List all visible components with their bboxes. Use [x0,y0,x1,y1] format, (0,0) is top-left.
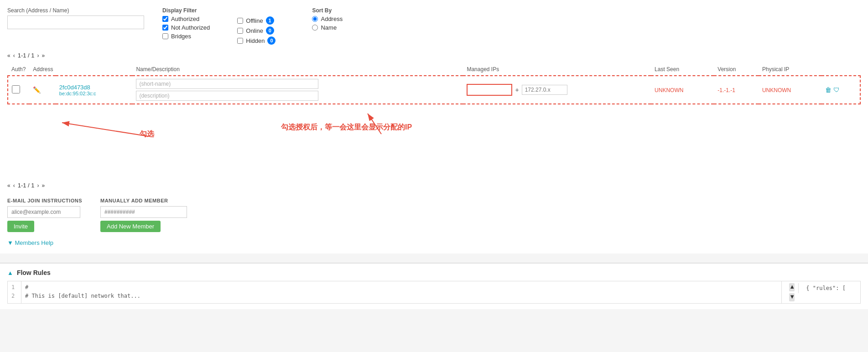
sortby-label: Sort By [312,7,343,14]
edit-icon[interactable]: ✏️ [33,86,41,93]
email-join-section: E-MAIL JOIN INSTRUCTIONS Invite [7,198,82,232]
auth-checkbox[interactable] [12,85,20,93]
filter-authorized-checkbox[interactable] [162,16,168,22]
filter-authorized-label: Authorized [171,16,199,22]
filter-bridges-label: Bridges [171,33,191,40]
search-label: Search (Address / Name) [7,7,144,14]
email-join-input[interactable] [7,206,80,218]
managed-ip-box[interactable] [467,84,512,96]
manual-add-section: MANUALLY ADD MEMBER Add New Member [100,198,187,232]
first-page-btn[interactable]: « [7,52,10,59]
filter-not-authorized-checkbox[interactable] [162,25,168,31]
sortby-address-label: Address [321,16,343,22]
scrollbar-up-btn[interactable]: ▲ [789,283,795,291]
last-seen-value: UNKNOWN [655,87,683,93]
delete-member-btn[interactable]: 🗑 [825,86,832,93]
last-seen-cell: UNKNOWN [651,76,714,104]
offline-label: Offline [246,17,263,24]
col-actions [821,63,860,76]
code-content: # # This is [default] network that... [21,281,781,303]
filter-not-authorized-label: Not Authorized [171,24,210,31]
first-page-btn-bottom[interactable]: « [7,182,10,189]
offline-row: Offline 1 [237,16,275,25]
invite-button[interactable]: Invite [7,221,34,232]
pagination-text: 1-1 / 1 [18,52,35,59]
prev-page-btn-bottom[interactable]: ‹ [13,182,15,189]
sortby-address-radio[interactable] [312,16,318,22]
search-input[interactable] [7,16,144,29]
manual-add-input[interactable] [100,206,187,218]
offline-badge: 1 [266,16,274,25]
flow-rules-section: ▲ Flow Rules 1 2 # # This is [default] n… [0,263,868,309]
flow-rules-title: Flow Rules [17,269,51,276]
last-page-btn-bottom[interactable]: » [42,182,45,189]
email-join-label: E-MAIL JOIN INSTRUCTIONS [7,198,82,203]
svg-line-2 [62,123,149,136]
address-cell: 2fc0d473d8 be:dc:95:02:3c:c [56,76,133,104]
mac-address: be:dc:95:02:3c:c [59,91,129,96]
col-address: Address [29,63,132,76]
add-new-member-button[interactable]: Add New Member [100,221,161,232]
auth-cell [8,76,29,104]
online-row: Online 0 [237,26,275,35]
short-name-input[interactable] [136,79,318,89]
version-value: -1.-1.-1 [717,87,735,93]
scrollbar-down-btn[interactable]: ▼ [789,293,795,301]
col-name: Name/Description [132,63,463,76]
edit-cell: ✏️ [29,76,56,104]
filter-authorized[interactable]: Authorized [162,16,210,22]
managed-ip-cell: + [463,76,651,104]
col-auth: Auth? [8,63,29,76]
annotation-ip-label: 勾选授权后，等一会这里会显示分配的IP [281,123,412,132]
version-cell: -1.-1.-1 [714,76,759,104]
sortby-name[interactable]: Name [312,24,343,31]
managed-ip-input[interactable] [522,85,567,95]
line-numbers: 1 2 [8,281,21,303]
annotation-check-label: 勾选 [140,129,154,139]
members-help-link[interactable]: Members Help [15,239,54,246]
table-row: ✏️ 2fc0d473d8 be:dc:95:02:3c:c + [8,76,860,104]
node-address: 2fc0d473d8 [59,84,129,91]
action-buttons-cell: 🗑 🛡 [821,76,860,104]
members-table: Auth? Address Name/Description Managed I… [7,63,861,104]
display-filter-label: Display Filter [162,7,210,14]
filter-not-authorized[interactable]: Not Authorized [162,24,210,31]
col-physical-ip: Physical IP [759,63,821,76]
last-page-btn[interactable]: » [42,52,45,59]
prev-page-btn[interactable]: ‹ [13,52,15,59]
online-checkbox[interactable] [237,28,243,34]
filter-bridges-checkbox[interactable] [162,33,168,39]
help-down-icon: ▼ [7,239,13,246]
col-last-seen: Last Seen [651,63,714,76]
annotation-svg [7,109,861,177]
description-input[interactable] [136,91,318,101]
hidden-label: Hidden [246,37,265,44]
members-help-section: ▼ Members Help [7,239,861,246]
next-page-btn-bottom[interactable]: › [37,182,39,189]
col-version: Version [714,63,759,76]
offline-checkbox[interactable] [237,18,243,24]
col-managed-ips: Managed IPs [463,63,651,76]
physical-ip-value: UNKNOWN [762,87,791,93]
add-managed-ip-btn[interactable]: + [515,86,519,93]
flow-up-icon: ▲ [7,269,13,276]
json-preview: { "rules": [ [798,283,853,293]
filter-bridges[interactable]: Bridges [162,33,210,40]
pagination-bottom: « ‹ 1-1 / 1 › » [7,182,861,189]
manual-add-label: MANUALLY ADD MEMBER [100,198,187,203]
online-label: Online [246,27,263,34]
sortby-name-label: Name [321,24,337,31]
sortby-name-radio[interactable] [312,25,318,31]
hidden-row: Hidden 0 [237,36,275,45]
physical-ip-cell: UNKNOWN [759,76,821,104]
pagination-text-bottom: 1-1 / 1 [18,182,35,189]
name-cell [132,76,463,104]
next-page-btn[interactable]: › [37,52,39,59]
sortby-address[interactable]: Address [312,16,343,22]
pagination-top: « ‹ 1-1 / 1 › » [7,52,861,59]
hidden-checkbox[interactable] [237,38,243,44]
hidden-badge: 0 [267,36,275,45]
online-badge: 0 [266,26,274,35]
member-settings-btn[interactable]: 🛡 [833,86,840,93]
